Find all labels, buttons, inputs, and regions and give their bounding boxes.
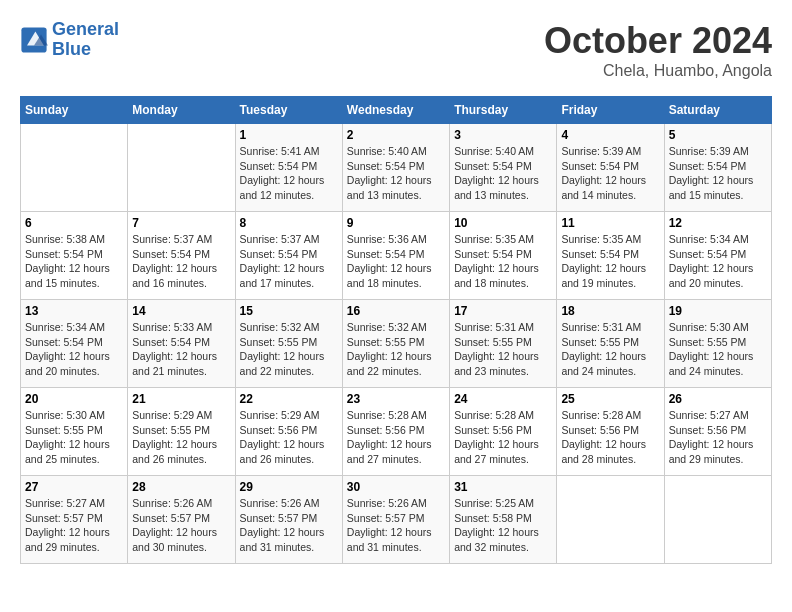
calendar-cell: 31Sunrise: 5:25 AM Sunset: 5:58 PM Dayli… — [450, 476, 557, 564]
calendar-week-4: 20Sunrise: 5:30 AM Sunset: 5:55 PM Dayli… — [21, 388, 772, 476]
day-number: 4 — [561, 128, 659, 142]
day-number: 17 — [454, 304, 552, 318]
calendar-cell: 19Sunrise: 5:30 AM Sunset: 5:55 PM Dayli… — [664, 300, 771, 388]
day-number: 1 — [240, 128, 338, 142]
calendar-cell: 20Sunrise: 5:30 AM Sunset: 5:55 PM Dayli… — [21, 388, 128, 476]
day-number: 27 — [25, 480, 123, 494]
day-number: 12 — [669, 216, 767, 230]
day-info: Sunrise: 5:30 AM Sunset: 5:55 PM Dayligh… — [25, 408, 123, 467]
calendar-week-3: 13Sunrise: 5:34 AM Sunset: 5:54 PM Dayli… — [21, 300, 772, 388]
day-number: 31 — [454, 480, 552, 494]
day-number: 9 — [347, 216, 445, 230]
logo: General Blue — [20, 20, 119, 60]
calendar-cell — [557, 476, 664, 564]
calendar-cell: 30Sunrise: 5:26 AM Sunset: 5:57 PM Dayli… — [342, 476, 449, 564]
weekday-header-sunday: Sunday — [21, 97, 128, 124]
day-number: 18 — [561, 304, 659, 318]
day-info: Sunrise: 5:31 AM Sunset: 5:55 PM Dayligh… — [561, 320, 659, 379]
day-number: 11 — [561, 216, 659, 230]
location-subtitle: Chela, Huambo, Angola — [544, 62, 772, 80]
calendar-week-2: 6Sunrise: 5:38 AM Sunset: 5:54 PM Daylig… — [21, 212, 772, 300]
weekday-header-friday: Friday — [557, 97, 664, 124]
day-number: 10 — [454, 216, 552, 230]
day-number: 7 — [132, 216, 230, 230]
day-info: Sunrise: 5:28 AM Sunset: 5:56 PM Dayligh… — [561, 408, 659, 467]
weekday-header-row: SundayMondayTuesdayWednesdayThursdayFrid… — [21, 97, 772, 124]
day-number: 30 — [347, 480, 445, 494]
day-info: Sunrise: 5:28 AM Sunset: 5:56 PM Dayligh… — [454, 408, 552, 467]
page-header: General Blue October 2024 Chela, Huambo,… — [20, 20, 772, 80]
calendar-cell: 15Sunrise: 5:32 AM Sunset: 5:55 PM Dayli… — [235, 300, 342, 388]
logo-icon — [20, 26, 48, 54]
calendar-cell: 29Sunrise: 5:26 AM Sunset: 5:57 PM Dayli… — [235, 476, 342, 564]
calendar-cell: 22Sunrise: 5:29 AM Sunset: 5:56 PM Dayli… — [235, 388, 342, 476]
weekday-header-wednesday: Wednesday — [342, 97, 449, 124]
day-number: 3 — [454, 128, 552, 142]
weekday-header-thursday: Thursday — [450, 97, 557, 124]
calendar-cell: 23Sunrise: 5:28 AM Sunset: 5:56 PM Dayli… — [342, 388, 449, 476]
calendar-cell: 5Sunrise: 5:39 AM Sunset: 5:54 PM Daylig… — [664, 124, 771, 212]
calendar-cell: 10Sunrise: 5:35 AM Sunset: 5:54 PM Dayli… — [450, 212, 557, 300]
day-info: Sunrise: 5:26 AM Sunset: 5:57 PM Dayligh… — [240, 496, 338, 555]
calendar-cell: 11Sunrise: 5:35 AM Sunset: 5:54 PM Dayli… — [557, 212, 664, 300]
day-number: 21 — [132, 392, 230, 406]
title-block: October 2024 Chela, Huambo, Angola — [544, 20, 772, 80]
day-info: Sunrise: 5:38 AM Sunset: 5:54 PM Dayligh… — [25, 232, 123, 291]
calendar-cell: 21Sunrise: 5:29 AM Sunset: 5:55 PM Dayli… — [128, 388, 235, 476]
day-info: Sunrise: 5:35 AM Sunset: 5:54 PM Dayligh… — [454, 232, 552, 291]
calendar-cell: 18Sunrise: 5:31 AM Sunset: 5:55 PM Dayli… — [557, 300, 664, 388]
logo-text: General Blue — [52, 20, 119, 60]
day-info: Sunrise: 5:34 AM Sunset: 5:54 PM Dayligh… — [669, 232, 767, 291]
day-number: 22 — [240, 392, 338, 406]
day-info: Sunrise: 5:39 AM Sunset: 5:54 PM Dayligh… — [561, 144, 659, 203]
calendar-cell: 2Sunrise: 5:40 AM Sunset: 5:54 PM Daylig… — [342, 124, 449, 212]
calendar-cell: 8Sunrise: 5:37 AM Sunset: 5:54 PM Daylig… — [235, 212, 342, 300]
calendar-cell: 24Sunrise: 5:28 AM Sunset: 5:56 PM Dayli… — [450, 388, 557, 476]
calendar-cell: 13Sunrise: 5:34 AM Sunset: 5:54 PM Dayli… — [21, 300, 128, 388]
day-number: 25 — [561, 392, 659, 406]
calendar-cell: 3Sunrise: 5:40 AM Sunset: 5:54 PM Daylig… — [450, 124, 557, 212]
day-number: 19 — [669, 304, 767, 318]
day-info: Sunrise: 5:41 AM Sunset: 5:54 PM Dayligh… — [240, 144, 338, 203]
day-info: Sunrise: 5:39 AM Sunset: 5:54 PM Dayligh… — [669, 144, 767, 203]
calendar-table: SundayMondayTuesdayWednesdayThursdayFrid… — [20, 96, 772, 564]
day-info: Sunrise: 5:35 AM Sunset: 5:54 PM Dayligh… — [561, 232, 659, 291]
calendar-cell: 17Sunrise: 5:31 AM Sunset: 5:55 PM Dayli… — [450, 300, 557, 388]
day-number: 28 — [132, 480, 230, 494]
day-number: 14 — [132, 304, 230, 318]
calendar-cell: 26Sunrise: 5:27 AM Sunset: 5:56 PM Dayli… — [664, 388, 771, 476]
day-info: Sunrise: 5:40 AM Sunset: 5:54 PM Dayligh… — [454, 144, 552, 203]
day-info: Sunrise: 5:29 AM Sunset: 5:55 PM Dayligh… — [132, 408, 230, 467]
month-title: October 2024 — [544, 20, 772, 62]
calendar-body: 1Sunrise: 5:41 AM Sunset: 5:54 PM Daylig… — [21, 124, 772, 564]
day-number: 2 — [347, 128, 445, 142]
day-info: Sunrise: 5:34 AM Sunset: 5:54 PM Dayligh… — [25, 320, 123, 379]
calendar-cell — [21, 124, 128, 212]
logo-line1: General — [52, 19, 119, 39]
day-number: 26 — [669, 392, 767, 406]
calendar-cell: 6Sunrise: 5:38 AM Sunset: 5:54 PM Daylig… — [21, 212, 128, 300]
day-number: 16 — [347, 304, 445, 318]
logo-line2: Blue — [52, 39, 91, 59]
day-number: 20 — [25, 392, 123, 406]
calendar-cell: 1Sunrise: 5:41 AM Sunset: 5:54 PM Daylig… — [235, 124, 342, 212]
calendar-cell: 12Sunrise: 5:34 AM Sunset: 5:54 PM Dayli… — [664, 212, 771, 300]
day-info: Sunrise: 5:32 AM Sunset: 5:55 PM Dayligh… — [347, 320, 445, 379]
calendar-week-5: 27Sunrise: 5:27 AM Sunset: 5:57 PM Dayli… — [21, 476, 772, 564]
calendar-cell: 9Sunrise: 5:36 AM Sunset: 5:54 PM Daylig… — [342, 212, 449, 300]
day-info: Sunrise: 5:31 AM Sunset: 5:55 PM Dayligh… — [454, 320, 552, 379]
day-info: Sunrise: 5:33 AM Sunset: 5:54 PM Dayligh… — [132, 320, 230, 379]
calendar-cell — [128, 124, 235, 212]
calendar-cell: 4Sunrise: 5:39 AM Sunset: 5:54 PM Daylig… — [557, 124, 664, 212]
day-number: 8 — [240, 216, 338, 230]
day-number: 23 — [347, 392, 445, 406]
day-number: 13 — [25, 304, 123, 318]
calendar-week-1: 1Sunrise: 5:41 AM Sunset: 5:54 PM Daylig… — [21, 124, 772, 212]
day-info: Sunrise: 5:40 AM Sunset: 5:54 PM Dayligh… — [347, 144, 445, 203]
day-info: Sunrise: 5:29 AM Sunset: 5:56 PM Dayligh… — [240, 408, 338, 467]
day-info: Sunrise: 5:27 AM Sunset: 5:56 PM Dayligh… — [669, 408, 767, 467]
day-info: Sunrise: 5:36 AM Sunset: 5:54 PM Dayligh… — [347, 232, 445, 291]
calendar-cell — [664, 476, 771, 564]
day-info: Sunrise: 5:28 AM Sunset: 5:56 PM Dayligh… — [347, 408, 445, 467]
day-number: 15 — [240, 304, 338, 318]
